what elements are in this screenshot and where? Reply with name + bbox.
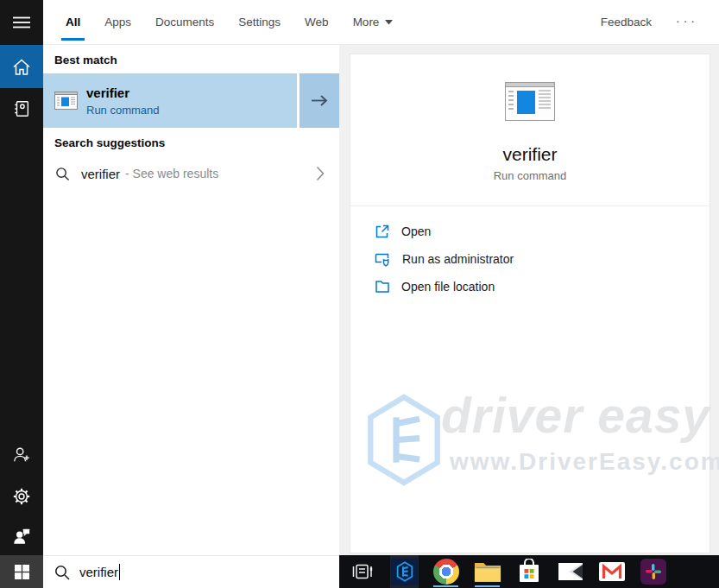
filter-tabs: All Apps Documents Settings Web More bbox=[54, 0, 405, 44]
windows-logo-icon bbox=[15, 565, 29, 579]
driver-easy-icon bbox=[391, 559, 418, 585]
search-filter-bar: All Apps Documents Settings Web More Fee… bbox=[43, 0, 719, 45]
taskbar-item-slack[interactable] bbox=[639, 555, 667, 588]
tab-more-label: More bbox=[353, 16, 380, 28]
search-suggestions-header: Search suggestions bbox=[54, 136, 165, 149]
sidebar-item-account[interactable] bbox=[0, 434, 43, 476]
sidebar-item-settings[interactable] bbox=[0, 476, 43, 517]
running-indicator bbox=[433, 585, 458, 587]
feedback-link[interactable]: Feedback bbox=[601, 16, 652, 28]
admin-shield-icon bbox=[375, 251, 391, 267]
action-open-file-location[interactable]: Open file location bbox=[375, 278, 514, 295]
preview-actions: Open Run as administrator Open file l bbox=[375, 223, 514, 295]
search-icon bbox=[55, 167, 70, 181]
gear-icon bbox=[12, 487, 31, 506]
verifier-app-icon bbox=[54, 92, 78, 110]
taskbar-item-driver-easy[interactable] bbox=[390, 555, 419, 588]
best-match-title: verifier bbox=[86, 85, 160, 100]
running-indicator bbox=[475, 585, 500, 587]
taskbar-item-file-explorer[interactable] bbox=[473, 555, 501, 588]
text-cursor bbox=[119, 564, 120, 580]
taskbar bbox=[339, 555, 719, 588]
home-icon bbox=[12, 58, 31, 76]
tab-documents-label: Documents bbox=[155, 16, 214, 28]
tab-settings[interactable]: Settings bbox=[226, 0, 293, 44]
chrome-icon bbox=[433, 559, 459, 585]
taskbar-search-input[interactable]: verifier bbox=[43, 555, 339, 588]
best-match-result[interactable]: verifier Run command bbox=[43, 73, 297, 128]
open-window-icon bbox=[375, 224, 390, 239]
more-options-icon[interactable]: ··· bbox=[676, 14, 698, 31]
chevron-right-icon bbox=[316, 166, 325, 181]
notebook-icon bbox=[12, 99, 31, 118]
slack-icon bbox=[640, 559, 666, 585]
chevron-down-icon bbox=[385, 20, 393, 25]
best-match-expand-button[interactable] bbox=[300, 73, 339, 128]
task-view-button[interactable] bbox=[349, 555, 377, 588]
topbar-right: Feedback ··· bbox=[601, 0, 698, 44]
preview-card: verifier Run command Open bbox=[350, 54, 710, 553]
left-rail bbox=[0, 0, 43, 588]
preview-region: verifier Run command Open bbox=[339, 45, 719, 555]
tab-web-label: Web bbox=[305, 16, 329, 28]
tab-all-label: All bbox=[66, 16, 80, 28]
tab-apps-label: Apps bbox=[104, 16, 131, 28]
sidebar-item-notebook[interactable] bbox=[0, 88, 43, 130]
taskbar-item-gmail[interactable] bbox=[597, 555, 626, 588]
taskbar-item-mail[interactable] bbox=[556, 555, 584, 588]
web-search-suggestion[interactable]: verifier - See web results bbox=[43, 159, 339, 188]
action-run-as-administrator[interactable]: Run as administrator bbox=[375, 250, 514, 268]
action-open[interactable]: Open bbox=[375, 223, 514, 240]
action-file-location-label: Open file location bbox=[401, 280, 495, 294]
hamburger-icon bbox=[13, 16, 30, 28]
search-icon bbox=[54, 565, 70, 580]
tab-settings-label: Settings bbox=[238, 16, 281, 28]
best-match-subtitle: Run command bbox=[86, 104, 160, 117]
folder-outline-icon bbox=[375, 279, 390, 294]
sidebar-item-home[interactable] bbox=[0, 45, 43, 88]
person-feedback-icon bbox=[12, 527, 31, 546]
best-match-texts: verifier Run command bbox=[86, 85, 160, 117]
preview-title: verifier bbox=[350, 144, 710, 165]
sidebar-item-feedback[interactable] bbox=[0, 517, 43, 555]
tab-apps[interactable]: Apps bbox=[92, 0, 143, 44]
search-results-panel: Best match verifier Run command Search s… bbox=[43, 45, 339, 555]
file-explorer-icon bbox=[474, 560, 501, 583]
action-run-admin-label: Run as administrator bbox=[402, 252, 514, 266]
suggestion-term: verifier bbox=[81, 167, 120, 181]
taskbar-item-microsoft-store[interactable] bbox=[514, 555, 543, 588]
best-match-header: Best match bbox=[54, 54, 117, 66]
gmail-icon bbox=[599, 562, 625, 581]
arrow-right-icon bbox=[310, 94, 329, 107]
tab-all[interactable]: All bbox=[54, 0, 92, 44]
preview-divider bbox=[350, 205, 710, 206]
tab-web[interactable]: Web bbox=[293, 0, 341, 44]
tab-documents[interactable]: Documents bbox=[143, 0, 226, 44]
preview-subtitle: Run command bbox=[350, 169, 710, 182]
microsoft-store-icon bbox=[517, 559, 541, 585]
task-view-icon bbox=[352, 563, 375, 580]
start-button[interactable] bbox=[0, 555, 43, 588]
tab-more[interactable]: More bbox=[341, 0, 406, 44]
suggestion-hint: - See web results bbox=[125, 167, 218, 180]
add-person-icon bbox=[12, 446, 31, 465]
mail-icon bbox=[558, 562, 583, 581]
search-query-text: verifier bbox=[79, 565, 118, 579]
hamburger-menu-button[interactable] bbox=[0, 0, 43, 45]
action-open-label: Open bbox=[401, 224, 431, 238]
verifier-app-icon-large bbox=[505, 82, 555, 121]
taskbar-item-chrome[interactable] bbox=[432, 555, 460, 588]
